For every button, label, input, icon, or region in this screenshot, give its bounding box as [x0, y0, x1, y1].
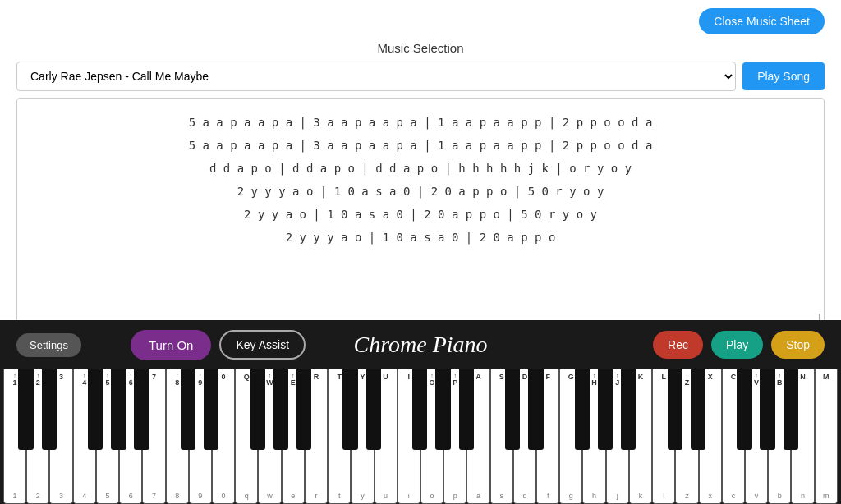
black-key-7[interactable] — [250, 369, 265, 450]
black-key-22[interactable] — [737, 369, 751, 450]
black-key-1[interactable] — [42, 369, 57, 450]
black-key-21[interactable] — [691, 369, 705, 450]
close-music-sheet-button[interactable]: Close Music Sheet — [699, 8, 825, 34]
settings-button[interactable]: Settings — [16, 333, 81, 357]
piano-keyboard: ↑11↑2233↑44↑55↑6677↑88↑9900Qq↑Ww↑EeRrTtY… — [0, 369, 841, 504]
black-key-0[interactable] — [18, 369, 33, 450]
sheet-line-3: d d a p o | d d a p o | d d a p o | h h … — [30, 157, 811, 180]
black-key-5[interactable] — [181, 369, 195, 450]
black-key-8[interactable] — [273, 369, 288, 450]
black-key-18[interactable] — [598, 369, 613, 450]
black-key-3[interactable] — [111, 369, 126, 450]
black-key-13[interactable] — [435, 369, 450, 450]
sheet-line-2: 5 a a p a a p a | 3 a a p a a p a | 1 a … — [30, 134, 811, 157]
sheet-line-5: 2 y y a o | 1 0 a s a 0 | 2 0 a p p o | … — [30, 203, 811, 226]
black-key-23[interactable] — [760, 369, 774, 450]
black-key-2[interactable] — [88, 369, 103, 450]
black-key-15[interactable] — [505, 369, 520, 450]
stop-button[interactable]: Stop — [771, 331, 825, 359]
black-key-20[interactable] — [668, 369, 682, 450]
sheet-line-1: 5 a a p a a p a | 3 a a p a a p a | 1 a … — [30, 111, 811, 134]
black-key-10[interactable] — [342, 369, 357, 450]
rec-button[interactable]: Rec — [653, 331, 703, 359]
black-key-14[interactable] — [459, 369, 474, 450]
black-key-6[interactable] — [204, 369, 218, 450]
black-key-11[interactable] — [366, 369, 381, 450]
song-select[interactable]: Carly Rae Jepsen - Call Me Maybe Happy B… — [16, 62, 736, 91]
key-assist-button[interactable]: Key Assist — [219, 330, 306, 360]
black-key-24[interactable] — [784, 369, 798, 450]
black-key-12[interactable] — [412, 369, 427, 450]
black-key-19[interactable] — [621, 369, 636, 450]
play-button[interactable]: Play — [711, 331, 763, 359]
music-sheet: 5 a a p a a p a | 3 a a p a a p a | 1 a … — [16, 98, 825, 328]
black-key-16[interactable] — [528, 369, 543, 450]
play-song-button[interactable]: Play Song — [742, 62, 825, 90]
black-key-17[interactable] — [575, 369, 590, 450]
black-key-4[interactable] — [134, 369, 149, 450]
black-key-9[interactable] — [296, 369, 311, 450]
sheet-line-4: 2 y y y a o | 1 0 a s a 0 | 2 0 a p p o … — [30, 180, 811, 203]
turn-on-button[interactable]: Turn On — [131, 330, 211, 360]
chrome-piano-title: Chrome Piano — [353, 332, 487, 358]
white-key-m[interactable]: Mm — [815, 369, 838, 504]
sheet-line-6: 2 y y y a o | 1 0 a s a 0 | 2 0 a p p o — [30, 226, 811, 249]
music-selection-label: Music Selection — [16, 41, 825, 55]
